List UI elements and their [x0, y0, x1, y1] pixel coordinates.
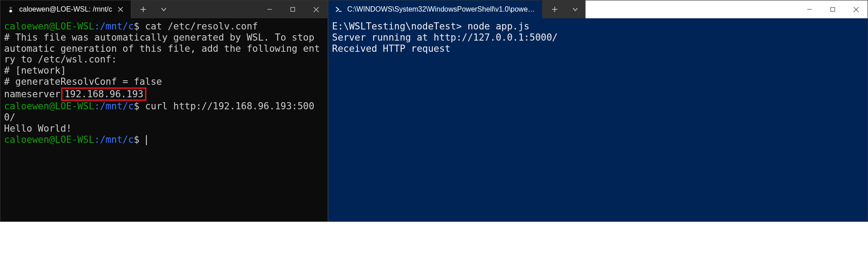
prompt-userhost: caloewen@LOE-WSL: [4, 101, 94, 112]
tab-close-wsl[interactable]: [116, 5, 125, 13]
ps-prompt-path: E:\WSLTesting\nodeTest>: [332, 21, 467, 32]
tab-actions-left: [133, 0, 174, 18]
output-line: Hello World!: [4, 123, 72, 134]
prompt-path: :/mnt/c: [94, 101, 134, 112]
cursor: [146, 135, 147, 145]
tab-actions-right: [544, 0, 586, 18]
titlebar-drag-area-left[interactable]: [174, 0, 258, 18]
prompt-userhost: caloewen@LOE-WSL: [4, 21, 94, 32]
output-line: # This file was automatically generated …: [4, 32, 320, 65]
minimize-button-left[interactable]: [258, 0, 281, 18]
output-line: Server running at http://127.0.0.1:5000/: [332, 32, 558, 43]
close-button-right[interactable]: [844, 0, 868, 18]
output-line: Received HTTP request: [332, 43, 451, 54]
tab-dropdown-button[interactable]: [565, 0, 586, 18]
window-controls-left: [258, 0, 328, 18]
svg-point-3: [10, 8, 11, 8]
minimize-button-right[interactable]: [798, 0, 821, 18]
output-nameserver-label: nameserver: [4, 89, 60, 100]
prompt-path: :/mnt/c: [94, 134, 134, 145]
maximize-button-left[interactable]: [281, 0, 304, 18]
maximize-button-right[interactable]: [821, 0, 844, 18]
highlighted-ip: 192.168.96.193: [61, 87, 146, 101]
prompt-path: :/mnt/c: [94, 21, 134, 32]
command-text: node app.js: [467, 21, 529, 32]
tab-title-powershell: C:\WINDOWS\System32\WindowsPowerShell\v1…: [347, 5, 536, 13]
tux-icon: [7, 5, 15, 13]
new-tab-button[interactable]: [133, 0, 154, 18]
prompt-userhost: caloewen@LOE-WSL: [4, 134, 94, 145]
tab-title-wsl: caloewen@LOE-WSL: /mnt/c: [19, 5, 112, 13]
output-line: # [network]: [4, 65, 66, 76]
tab-powershell[interactable]: C:\WINDOWS\System32\WindowsPowerShell\v1…: [328, 0, 543, 18]
titlebar-left[interactable]: caloewen@LOE-WSL: /mnt/c: [0, 0, 328, 18]
command-text: cat /etc/resolv.conf: [145, 21, 258, 32]
svg-rect-5: [291, 8, 295, 12]
terminal-body-wsl[interactable]: caloewen@LOE-WSL:/mnt/c$ cat /etc/resolv…: [0, 18, 328, 221]
window-controls-right: [798, 0, 868, 18]
terminal-window-powershell: C:\WINDOWS\System32\WindowsPowerShell\v1…: [328, 0, 868, 222]
svg-point-2: [9, 10, 12, 12]
powershell-icon: [335, 5, 343, 13]
new-tab-button[interactable]: [544, 0, 565, 18]
tab-wsl[interactable]: caloewen@LOE-WSL: /mnt/c: [0, 0, 131, 18]
prompt-dollar: $: [134, 21, 145, 32]
svg-point-4: [11, 8, 12, 8]
svg-rect-6: [831, 8, 835, 12]
titlebar-right[interactable]: C:\WINDOWS\System32\WindowsPowerShell\v1…: [328, 0, 868, 18]
tab-dropdown-button[interactable]: [154, 0, 174, 18]
output-line: # generateResolvConf = false: [4, 76, 162, 87]
terminal-window-wsl: caloewen@LOE-WSL: /mnt/c c: [0, 0, 328, 222]
titlebar-drag-area-right[interactable]: [586, 0, 798, 18]
nameserver-ip: 192.168.96.193: [64, 89, 143, 100]
prompt-dollar: $: [134, 101, 145, 112]
prompt-dollar: $: [134, 134, 145, 145]
close-button-left[interactable]: [304, 0, 328, 18]
terminal-body-powershell[interactable]: E:\WSLTesting\nodeTest> node app.js Serv…: [328, 18, 868, 221]
